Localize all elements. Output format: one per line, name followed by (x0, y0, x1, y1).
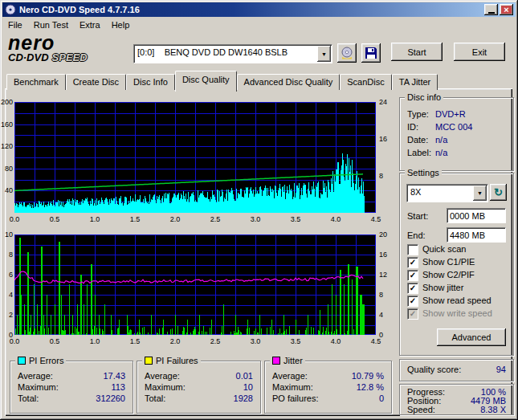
chart-tick-label: 0.5 (44, 215, 65, 223)
menu-bar: File Run Test Extra Help (2, 17, 516, 32)
tab-strip: Benchmark Create Disc Disc Info Disc Qua… (6, 73, 438, 90)
jitter-legend: Jitter (270, 355, 305, 365)
chart-tick-label: 2 (1, 311, 13, 319)
pi-failures-legend: PI Failures (142, 355, 201, 365)
disc-label-value: n/a (435, 148, 447, 157)
minimize-icon (488, 12, 495, 14)
menu-file[interactable]: File (2, 18, 28, 31)
chevron-down-icon[interactable]: ▼ (473, 186, 487, 201)
chart-tick-label: 1.0 (84, 337, 105, 345)
chart-pi-failures-jitter (14, 234, 376, 335)
start-position-input[interactable] (447, 208, 506, 223)
disc-date-value: n/a (435, 135, 447, 145)
checkbox-show-read-speed[interactable]: ✓Show read speed (400, 296, 513, 307)
checkbox-show-c1-pie[interactable]: ✓Show C1/PIE (400, 257, 513, 268)
chart-tick-label: 2.0 (165, 337, 186, 345)
settings-group: Settings 8X ▼ ↻ Start: End: Quick scan ✓… (399, 173, 514, 356)
checkbox-box[interactable]: ✓ (407, 257, 418, 268)
chart-tick-label: 80 (1, 165, 13, 173)
chart-tick-label: 4 (1, 291, 13, 299)
disc-date-label: Date: (407, 135, 428, 145)
checkbox-box[interactable]: ✓ (407, 296, 418, 307)
chart-tick-label: 0.5 (44, 337, 65, 345)
minimize-button[interactable] (484, 4, 498, 15)
chart-tick-label: 4.5 (365, 337, 386, 345)
jitter-title: Jitter (283, 356, 303, 365)
chart-tick-label: 4.0 (325, 337, 346, 345)
progress-box: Progress:100 % Position:4479 MB Speed:8.… (399, 384, 514, 415)
save-button[interactable] (361, 43, 381, 63)
chart-tick-label: 3.0 (245, 215, 266, 223)
chart-tick-label: 1.5 (124, 337, 145, 345)
pi-failures-swatch (145, 357, 153, 365)
app-window: Nero CD-DVD Speed 4.7.7.16 × File Run Te… (0, 0, 518, 420)
menu-run-test[interactable]: Run Test (28, 18, 74, 31)
stat-value: 12.8 % (357, 382, 384, 392)
chart-tick-label: 2.0 (165, 215, 186, 223)
menu-help[interactable]: Help (106, 18, 136, 31)
checkbox-label: Show write speed (422, 308, 492, 318)
pi-failures-stats-box: PI Failures Average:0.01 Maximum:10 Tota… (137, 361, 261, 414)
app-icon (5, 4, 16, 15)
floppy-icon (365, 47, 377, 59)
checkbox-label: Show C1/PIE (422, 257, 475, 267)
nero-brand-text: nero (8, 34, 130, 51)
stat-label: PO failures: (272, 393, 318, 403)
chart-tick-label: 0.0 (4, 215, 25, 223)
end-position-input[interactable] (447, 227, 506, 243)
chart-tick-label: 6 (1, 271, 13, 279)
checkbox-show-c2-pif[interactable]: ✓Show C2/PIF (400, 270, 513, 281)
checkbox-label: Quick scan (422, 244, 466, 254)
checkbox-show-jitter[interactable]: ✓Show jitter (400, 283, 513, 294)
disc-type-value: DVD+R (435, 109, 466, 119)
checkbox-box[interactable] (407, 244, 418, 255)
window-title: Nero CD-DVD Speed 4.7.7.16 (19, 5, 483, 14)
stat-label: Average: (272, 371, 308, 381)
drive-selector-value: [0:0] BENQ DVD DD DW1640 BSLB (137, 47, 288, 57)
stat-value: 312260 (96, 393, 125, 403)
tab-advanced-disc-quality[interactable]: Advanced Disc Quality (237, 74, 341, 90)
advanced-button[interactable]: Advanced (437, 328, 506, 346)
chart-tick-label: 160 (1, 120, 13, 128)
chart-tick-label: 2.5 (205, 337, 226, 345)
exit-button[interactable]: Exit (454, 43, 505, 61)
chart-tick-label: 8 (1, 251, 13, 259)
close-button[interactable]: × (500, 4, 513, 15)
tab-benchmark[interactable]: Benchmark (6, 74, 66, 90)
stat-label: Average: (145, 371, 180, 381)
chevron-down-icon[interactable]: ▼ (317, 46, 331, 62)
nero-product-speed: SPEED (52, 51, 88, 63)
checkbox-box[interactable]: ✓ (407, 270, 418, 281)
chart-tick-label: 8 (379, 172, 395, 180)
refresh-button[interactable]: ↻ (490, 184, 507, 201)
checkbox-box[interactable]: ✓ (407, 283, 418, 294)
checkbox-label: Show C2/PIF (422, 270, 475, 279)
pi-failures-title: PI Failures (156, 356, 198, 365)
eject-disc-button[interactable] (337, 43, 357, 63)
tab-disc-quality[interactable]: Disc Quality (175, 71, 237, 92)
chart-tick-label: 3.0 (245, 337, 266, 345)
chart-tick-label: 24 (379, 98, 395, 106)
tab-scandisc[interactable]: ScanDisc (340, 74, 391, 90)
pi-errors-stats-box: PI Errors Average:17.43 Maximum:113 Tota… (10, 361, 133, 414)
stat-value: 10 (243, 382, 253, 392)
start-button[interactable]: Start (391, 43, 443, 61)
scan-speed-selector[interactable]: 8X ▼ (406, 184, 488, 202)
checkbox-quick-scan[interactable]: Quick scan (400, 244, 513, 255)
disc-hand-icon (340, 47, 354, 59)
tab-disc-info[interactable]: Disc Info (126, 74, 175, 90)
pi-errors-title: PI Errors (29, 356, 63, 365)
stat-label: Maximum: (18, 382, 59, 392)
title-bar[interactable]: Nero CD-DVD Speed 4.7.7.16 × (2, 2, 516, 17)
tab-ta-jitter[interactable]: TA Jitter (392, 74, 438, 90)
menu-extra[interactable]: Extra (74, 18, 106, 31)
tab-create-disc[interactable]: Create Disc (66, 74, 126, 90)
pi-errors-swatch (18, 357, 26, 365)
drive-selector[interactable]: [0:0] BENQ DVD DD DW1640 BSLB ▼ (133, 44, 332, 63)
chart-tick-label: 200 (1, 98, 13, 106)
nero-product-cddvd: CD·DVD (8, 51, 49, 63)
chart-tick-label: 120 (1, 142, 13, 150)
stat-label: Maximum: (145, 382, 186, 392)
chart-tick-label: 16 (379, 135, 395, 143)
chart-tick-label: 20 (379, 230, 395, 239)
